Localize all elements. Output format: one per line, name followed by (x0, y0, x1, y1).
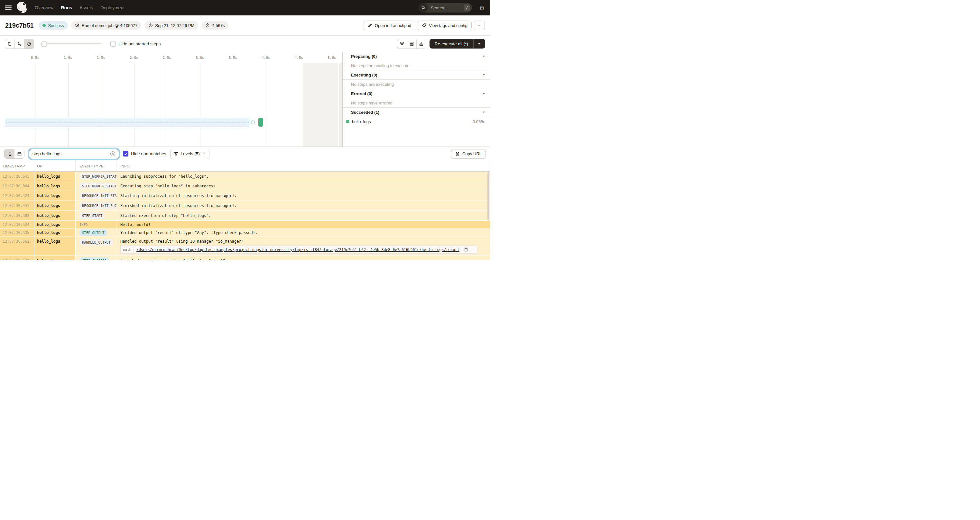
panel-section-header[interactable]: Executing (0)▼ (343, 70, 490, 80)
log-timestamp: 12:07:30.524 (0, 221, 34, 228)
dagster-logo[interactable] (16, 1, 28, 14)
log-row[interactable]: 12:07:30.562hello_logsHANDLED_OUTPUTHand… (0, 237, 490, 256)
gear-icon[interactable]: ⚙ (479, 5, 485, 11)
collapse-down-icon[interactable] (397, 39, 407, 49)
levels-dropdown[interactable]: Levels (5) (170, 149, 210, 159)
log-row[interactable]: 12:07:30.573hello_logsSTEP_SUCCESSFinish… (0, 256, 490, 260)
clipboard-icon (455, 152, 460, 156)
gantt-scrollbar[interactable] (339, 63, 342, 147)
log-info: Launching subprocess for "hello_logs". (116, 171, 490, 181)
axis-tick-label: 3.5s (229, 55, 237, 60)
step-bar-hello-logs[interactable] (258, 118, 263, 127)
reexecute-all-button[interactable]: Re-execute all (*) (430, 39, 474, 49)
list-view-icon[interactable] (5, 149, 14, 159)
log-event-type: STEP_START (76, 211, 116, 220)
log-row[interactable]: 12:07:30.437hello_logsRESOURCE_INIT_SUCC… (0, 201, 490, 211)
axis-gridline (233, 63, 233, 147)
search-input[interactable]: Search... / (418, 3, 472, 13)
nav-link-runs[interactable]: Runs (61, 5, 72, 10)
log-event-type: HANDLED_OUTPUT (76, 237, 116, 255)
open-in-launchpad-button[interactable]: Open in Launchpad (364, 21, 415, 30)
checkbox-checked-icon (123, 151, 128, 157)
split-panes-icon[interactable] (407, 39, 417, 49)
log-op: hello_logs (34, 229, 76, 236)
nav-links: Overview Runs Assets Deployment (35, 5, 124, 10)
more-run-actions-button[interactable] (474, 21, 485, 30)
log-info: Executing step "hello_logs" in subproces… (116, 181, 490, 190)
log-row[interactable]: 12:07:30.508hello_logsSTEP_STARTStarted … (0, 211, 490, 221)
log-event-type: STEP_WORKER_STARTI… (76, 171, 116, 181)
copy-url-button[interactable]: Copy URL (451, 149, 486, 159)
axis-gridline (134, 63, 135, 147)
axis-gridline (299, 63, 299, 147)
success-dot-icon (346, 120, 349, 124)
slider-handle[interactable] (41, 41, 47, 47)
log-info: Finished initialization of resources [io… (116, 201, 490, 211)
log-info: Starting initialization of resources [io… (116, 191, 490, 201)
log-row[interactable]: 12:07:26.643hello_logsSTEP_WORKER_STARTI… (0, 171, 490, 181)
flat-gantt-icon[interactable] (5, 39, 15, 49)
log-scrollbar[interactable] (487, 172, 489, 220)
log-info: Started execution of step "hello_logs". (116, 211, 490, 220)
step-waiting-span[interactable] (5, 118, 249, 127)
run-id: 219c7b51 (5, 22, 33, 29)
log-timestamp: 12:07:30.562 (0, 237, 34, 255)
panel-step-row[interactable]: hello_logs0.065s (343, 117, 490, 126)
log-row[interactable]: 12:07:30.364hello_logsSTEP_WORKER_STARTE… (0, 181, 490, 191)
nav-link-overview[interactable]: Overview (35, 5, 53, 10)
step-marker-dot[interactable] (251, 120, 255, 124)
path-link[interactable]: /Users/erincochran/Desktop/dagster-examp… (134, 247, 462, 252)
axis-tick-label: 2.5s (163, 55, 172, 60)
expand-up-icon[interactable] (417, 39, 426, 49)
run-actions: Open in Launchpad View tags and config (364, 21, 485, 30)
log-row[interactable]: 12:07:30.524hello_logsINFOHello, world! (0, 221, 490, 229)
log-event-type: RESOURCE_INIT_STAR… (76, 191, 116, 201)
step-status-panel: Preparing (0)▼No steps are waiting to ex… (342, 52, 490, 147)
axis-gridline (167, 63, 167, 147)
log-table-header: TIMESTAMP OP EVENT TYPE INFO (0, 161, 490, 171)
gantt-zoom-slider[interactable] (42, 43, 101, 44)
col-header-op: OP (34, 161, 76, 171)
panel-section-header[interactable]: Errored (0)▼ (343, 89, 490, 98)
after-run-end-shade (303, 63, 338, 147)
pencil-icon (368, 23, 372, 28)
log-row[interactable]: 12:07:30.424hello_logsRESOURCE_INIT_STAR… (0, 191, 490, 201)
caret-down-icon (478, 43, 481, 45)
collapse-triangle-icon: ▼ (483, 74, 485, 76)
search-shortcut-key: / (464, 5, 470, 11)
gantt-chart: 0.5s1.0s1.5s2.0s2.5s3.0s3.5s4.0s4.5s5.0s… (0, 52, 342, 147)
view-tags-config-button[interactable]: View tags and config (418, 21, 472, 30)
hide-not-started-checkbox[interactable]: Hide not started steps (110, 41, 161, 47)
log-op: hello_logs (34, 211, 76, 220)
reexecute-options-button[interactable] (474, 39, 485, 49)
log-section: step:hello_logs Hide non-matches Levels … (0, 147, 490, 260)
log-event-type: RESOURCE_INIT_SUCC… (76, 201, 116, 211)
timed-gantt-icon[interactable] (24, 39, 34, 49)
log-filter-value: step:hello_logs (32, 151, 110, 156)
log-table: TIMESTAMP OP EVENT TYPE INFO 12:07:26.64… (0, 161, 490, 260)
nav-link-assets[interactable]: Assets (80, 5, 93, 10)
log-event-type: INFO (76, 221, 116, 228)
metadata-path-entry: path/Users/erincochran/Desktop/dagster-e… (120, 246, 477, 254)
clear-icon[interactable] (110, 151, 116, 157)
panel-empty-message: No steps are waiting to execute (343, 61, 490, 70)
log-filter-input[interactable]: step:hello_logs (29, 149, 119, 159)
dagster-run-page: Overview Runs Assets Deployment Search..… (0, 0, 490, 260)
axis-gridline (35, 63, 35, 147)
status-dot-icon (43, 24, 46, 27)
log-info: Handled output "result" using IO manager… (116, 237, 490, 255)
panel-section-header[interactable]: Succeeded (1)▼ (343, 108, 490, 117)
log-timestamp: 12:07:30.508 (0, 211, 34, 220)
collapse-triangle-icon: ▼ (483, 92, 485, 95)
run-of-job-tag[interactable]: Run of demo_job @ 4f105077 (71, 21, 142, 30)
collapse-triangle-icon: ▼ (483, 55, 485, 58)
copy-icon[interactable] (464, 247, 468, 252)
log-row[interactable]: 12:07:30.535hello_logsSTEP_OUTPUTYielded… (0, 229, 490, 237)
hide-non-matches-checkbox[interactable]: Hide non-matches (123, 151, 166, 157)
panel-section-header[interactable]: Preparing (0)▼ (343, 52, 490, 61)
nav-link-deployment[interactable]: Deployment (100, 5, 124, 10)
waterfall-gantt-icon[interactable] (15, 39, 24, 49)
structured-view-icon[interactable] (14, 149, 24, 159)
log-op: hello_logs (34, 191, 76, 201)
hamburger-icon[interactable] (5, 5, 11, 10)
